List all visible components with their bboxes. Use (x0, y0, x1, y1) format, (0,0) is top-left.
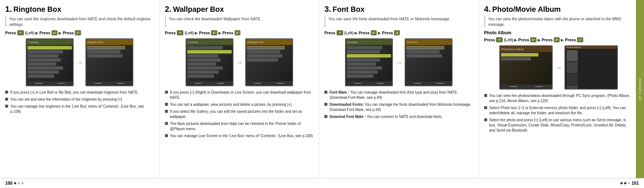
section3-title: 3. Font Box (324, 4, 474, 14)
page-num-left: 100 (5, 181, 13, 186)
left-label-3: (Left) (344, 31, 353, 35)
term-3-2: Downloaded Fontv: (330, 102, 364, 107)
bullet-icon-2-3 (165, 110, 168, 113)
bullet-icon-4-1 (484, 94, 487, 97)
key-plus-1: + (17, 30, 24, 35)
screen3-right: Font Box (405, 38, 453, 86)
key-4a-4: 4⁺ (530, 37, 536, 42)
section4-press-bar: Press + (Left) ▶ Press 4⁺ ▶ Press 4⁺ ▶ P… (484, 37, 633, 42)
press-label-4c: Press (542, 38, 553, 42)
key-1-4: 1⁺ (577, 37, 583, 42)
section4-number: 4. (484, 4, 491, 14)
press-label-1c: Press (63, 31, 74, 35)
bullet-icon-1-2 (5, 98, 8, 101)
press-label-4b: Press (518, 38, 529, 42)
bullet-2-4: The flash pictures downloaded from Nate … (165, 121, 314, 132)
section2-label: Wallpaper Box (173, 5, 224, 14)
arrow-4b: ▶ (538, 38, 541, 42)
bullet-icon-3-2 (324, 103, 327, 106)
press-label-3: Press (324, 31, 335, 35)
bullet-1-3: You can manage live ringtones in the 'Li… (5, 104, 154, 114)
press-label-4d: Press (565, 38, 576, 42)
key-2-2: 2⁺ (235, 30, 240, 35)
section-photo: 4. Photo/Movie Album You can view the ph… (479, 0, 644, 178)
key-plus-2: + (177, 30, 183, 35)
screen4-left: Photo/Movie Album (499, 45, 553, 90)
section4-screens: Photo/Movie Album → Photo Album (484, 45, 633, 90)
section1-description: You can save the ringtones downloaded fr… (5, 16, 154, 27)
bullet-icon-3-1 (324, 91, 327, 94)
bullet-4-3: Select the photo and press [+] (Left) to… (484, 118, 633, 133)
section1-bullets: If you press [+] in Live Bell or My Bell… (5, 90, 154, 114)
photo-album-subtitle: Photo Album (484, 30, 633, 35)
term-3-3: Downlod Font Mate : (330, 115, 366, 119)
press-label-4: Press (484, 38, 495, 42)
screen1-left: Contents (26, 38, 74, 86)
arrow-2b: ▶ (218, 31, 221, 35)
arrow-4a: ▶ (514, 38, 517, 42)
arrow-1b: ▶ (59, 31, 61, 35)
page-right: 101 (620, 181, 639, 186)
arrow-3a: ▶ (355, 31, 358, 35)
dot-left-1 (14, 182, 16, 184)
page-num-right: 101 (631, 181, 639, 186)
press-label-1b: Press (39, 31, 50, 35)
section1-screens: Contents (5, 38, 154, 86)
bullet-icon-4-3 (484, 118, 487, 121)
section1-number: 1. (5, 4, 12, 14)
bullet-3-2: Downloaded Fontv: You can manage the fon… (324, 102, 474, 112)
screen3-left: Contents (345, 38, 393, 86)
dot-right-1 (620, 182, 623, 184)
bullet-3-1: Font Mate : You can manage downloaded fo… (324, 90, 474, 100)
section4-title: 4. Photo/Movie Album (484, 4, 633, 14)
bullet-1-2: You can set and view the information of … (5, 97, 154, 102)
arrow-4c: ▶ (561, 38, 564, 42)
screen2-left: Contents (186, 38, 233, 86)
press-label-3b: Press (359, 31, 370, 35)
sidebar-text: 07 Contents (638, 78, 642, 100)
screen1-right: Ringtone Box (85, 38, 133, 86)
section3-number: 3. (324, 4, 331, 14)
press-label-2: Press (165, 31, 176, 35)
sidebar-label: 07 Contents (636, 0, 644, 178)
bullet-icon-4-2 (484, 106, 487, 109)
left-label-4: (Left) (504, 38, 513, 42)
left-label-2: (Left) (184, 31, 194, 35)
dot-right-2 (624, 182, 626, 184)
section4-label: Photo/Movie Album (492, 5, 561, 14)
bullet-4-2: Select Photo box 1~2 or External memory … (484, 105, 633, 116)
section2-number: 2. (165, 4, 172, 14)
bullet-icon-3-3 (324, 115, 327, 118)
bullet-icon-2-1 (165, 91, 168, 94)
section-ringtone: 1. Ringtone Box You can save the rington… (0, 0, 160, 178)
bullet-icon-1-1 (5, 91, 8, 94)
press-label-2b: Press (199, 31, 210, 35)
key-3-3: 3 (394, 30, 400, 35)
arrow-connector-1: → (76, 58, 83, 67)
key-4-3: 4⁺ (371, 30, 377, 35)
press-label-3c: Press (382, 31, 393, 35)
arrow-2a: ▶ (195, 31, 198, 35)
bullet-icon-2-4 (165, 122, 168, 125)
bullet-2-3: If you select My Gallery, you can edit t… (165, 109, 314, 119)
dot-right-3 (628, 182, 630, 184)
bullet-4-1: You can view the photos/videos downloade… (484, 93, 633, 104)
section3-screens: Contents (324, 38, 474, 86)
section4-description: You can view the photos/movies taken wit… (484, 16, 633, 27)
bullet-2-2: You can set a wallapaer, view pictures a… (165, 102, 314, 107)
section1-press-bar: Press + (Left) ▶ Press 4⁺ ▶ Press 1⁺ (5, 30, 154, 35)
press-label-1: Press (5, 31, 16, 35)
key-1-1: 1⁺ (75, 30, 81, 35)
press-label-2c: Press (222, 31, 233, 35)
dot-left-2 (18, 182, 20, 184)
key-4b-4: 4⁺ (554, 37, 560, 42)
section2-title: 2. Wallpaper Box (165, 4, 314, 14)
arrow-3b: ▶ (378, 31, 381, 35)
bullet-3-3: Downlod Font Mate : You can connect to N… (324, 114, 474, 119)
screen4-right: Photo Album (564, 45, 618, 90)
bullet-icon-2-2 (165, 103, 168, 106)
section4-bullets: You can view the photos/videos downloade… (484, 93, 633, 133)
key-plus-3: + (337, 30, 343, 35)
key-4-2: 4⁺ (211, 30, 217, 35)
section-wallpaper: 2. Wallpaper Box You can check the downl… (160, 0, 320, 178)
